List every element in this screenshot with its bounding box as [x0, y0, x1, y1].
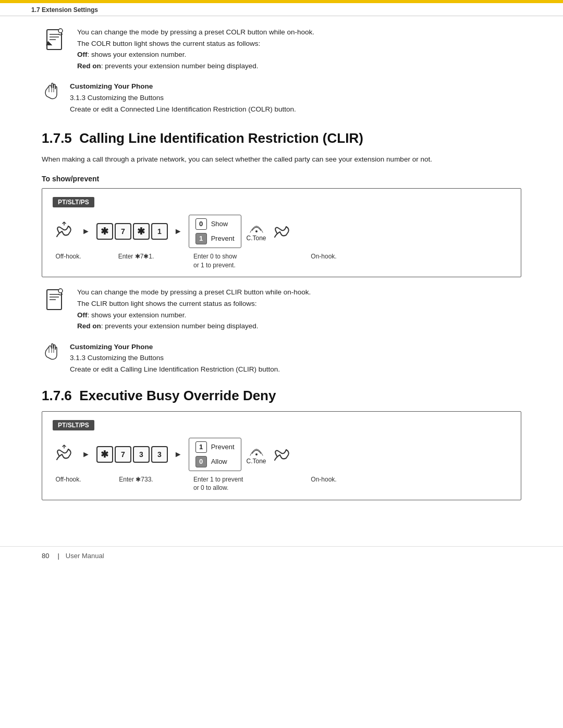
override-label-onhook: On-hook.: [303, 475, 345, 484]
override-choice-prevent: 1 Prevent: [195, 441, 235, 453]
override-pt-label: PT/SLT/PS: [53, 420, 94, 430]
override-arrow1: ►: [82, 450, 90, 459]
override-keys: ✱ 7 3 3: [96, 446, 168, 463]
clir-choice-0: 0: [195, 218, 207, 230]
clir-keys: ✱ 7 ✱ 1: [96, 223, 168, 240]
clir-labels-row: Off-hook. Enter ✱7✱1. Enter 0 to show or…: [53, 252, 510, 270]
override-ctone-label: C.Tone: [247, 458, 266, 465]
clir-onhook-icon: [272, 220, 295, 242]
clir-procedure-box: PT/SLT/PS ► ✱ 7 ✱ 1 ►: [42, 188, 521, 278]
svg-point-4: [58, 29, 63, 33]
svg-point-10: [58, 289, 63, 293]
key-star2: ✱: [133, 223, 150, 240]
colr-customize-text: Customizing Your Phone 3.1.3 Customizing…: [70, 81, 296, 115]
label-offhook: Off-hook.: [53, 252, 84, 261]
note-document-icon: [42, 27, 69, 54]
page-content: You can change the mode by pressing a pr…: [0, 16, 563, 530]
override-section-title: 1.7.6 Executive Busy Override Deny: [42, 388, 521, 404]
clir-section-desc: When making a call through a private net…: [42, 154, 521, 165]
clir-ctone-group: C.Tone: [247, 221, 266, 242]
label-enter: Enter ✱7✱1.: [94, 252, 178, 261]
clir-arrow2: ►: [174, 227, 182, 236]
clir-note-block: You can change the mode by pressing a pr…: [42, 287, 521, 331]
clir-choice-show: 0 Show: [195, 218, 235, 230]
page-number: 80: [42, 552, 49, 560]
header-section: 1.7 Extension Settings: [0, 3, 563, 16]
key-3b: 3: [151, 446, 168, 463]
svg-point-11: [255, 453, 258, 455]
clir-choice-prevent: 1 Prevent: [195, 233, 235, 244]
key-1: 1: [151, 223, 168, 240]
override-choice-0: 0: [195, 456, 207, 467]
clir-arrow1: ►: [82, 227, 90, 236]
key-7b: 7: [115, 446, 131, 463]
override-label-offhook: Off-hook.: [53, 475, 84, 484]
footer-divider: |: [57, 552, 59, 560]
clir-offhook-icon: [53, 219, 76, 243]
override-choice-allow: 0 Allow: [195, 456, 235, 467]
colr-customize-block: Customizing Your Phone 3.1.3 Customizing…: [42, 81, 521, 115]
clir-note-doc-icon: [42, 287, 69, 314]
clir-choice-box: 0 Show 1 Prevent: [189, 215, 241, 248]
clir-subsection-title: To show/prevent: [42, 175, 521, 183]
override-step-flow: ► ✱ 7 3 3 ► 1 Prevent 0 Allow: [53, 438, 510, 471]
key-3a: 3: [133, 446, 150, 463]
label-choice: Enter 0 to show or 1 to prevent.: [193, 252, 261, 270]
override-choice-box: 1 Prevent 0 Allow: [189, 438, 241, 471]
colr-note-text: You can change the mode by pressing a pr…: [77, 27, 314, 71]
clir-pt-label: PT/SLT/PS: [53, 197, 94, 207]
footer-label: User Manual: [66, 552, 104, 560]
override-procedure-box: PT/SLT/PS ► ✱ 7 3 3 ► 1: [42, 411, 521, 501]
colr-note-block: You can change the mode by pressing a pr…: [42, 27, 521, 71]
override-arrow2: ►: [174, 450, 182, 459]
override-label-choice: Enter 1 to prevent or 0 to allow.: [193, 475, 261, 493]
override-label-enter: Enter ✱733.: [94, 475, 178, 484]
svg-point-5: [255, 230, 258, 232]
clir-note-text: You can change the mode by pressing a pr…: [77, 287, 311, 331]
clir-ctone-label: C.Tone: [247, 235, 266, 242]
label-onhook: On-hook.: [303, 252, 345, 261]
header-text: 1.7 Extension Settings: [31, 6, 98, 14]
override-offhook-icon: [53, 442, 76, 466]
clir-customize-block: Customizing Your Phone 3.1.3 Customizing…: [42, 341, 521, 375]
clir-section-title: 1.7.5 Calling Line Identification Restri…: [42, 130, 521, 146]
key-star: ✱: [96, 446, 113, 463]
page-footer: 80 | User Manual: [0, 546, 563, 565]
customize-hand-icon: [42, 81, 63, 102]
override-choice-1: 1: [195, 441, 207, 453]
clir-customize-text: Customizing Your Phone 3.1.3 Customizing…: [70, 341, 280, 375]
override-labels-row: Off-hook. Enter ✱733. Enter 1 to prevent…: [53, 475, 510, 493]
clir-customize-hand-icon: [42, 341, 63, 362]
clir-choice-1: 1: [195, 233, 207, 244]
override-onhook-icon: [272, 443, 295, 465]
key-star1: ✱: [96, 223, 113, 240]
clir-step-flow: ► ✱ 7 ✱ 1 ► 0 Show 1 Prevent: [53, 215, 510, 248]
key-7: 7: [115, 223, 131, 240]
override-ctone-group: C.Tone: [247, 444, 266, 465]
